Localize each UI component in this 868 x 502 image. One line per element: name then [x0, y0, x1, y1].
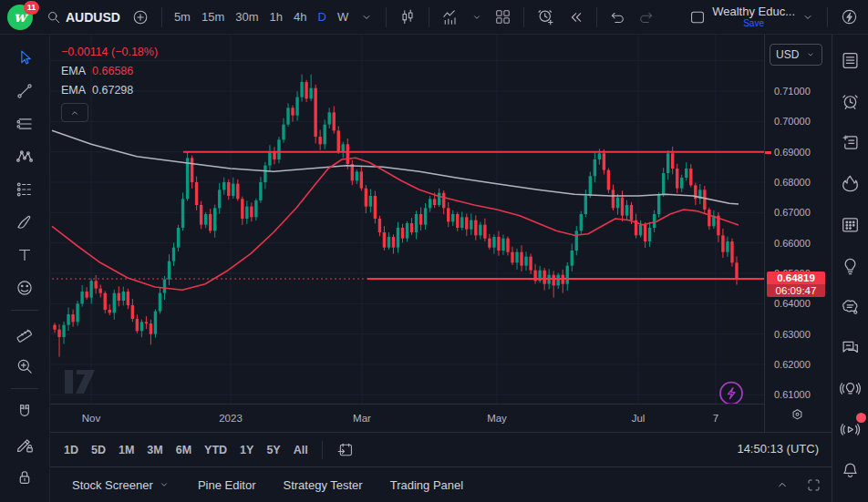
compare-add-symbol-button[interactable]	[126, 5, 155, 30]
alerts-button[interactable]	[837, 88, 864, 114]
ema-slow-label[interactable]: EMA	[61, 84, 86, 97]
time-label: Mar	[353, 413, 371, 424]
range-5y-button[interactable]: 5Y	[260, 440, 286, 460]
search-icon	[46, 9, 62, 26]
cursor-tool-button[interactable]	[9, 46, 40, 70]
ema-fast-label[interactable]: EMA	[61, 65, 86, 77]
price-axis[interactable]: USD 0.710000.700000.690000.680000.670000…	[764, 35, 832, 432]
redo-button[interactable]	[632, 5, 660, 29]
chevron-up-icon	[68, 107, 81, 119]
text-tool-button[interactable]	[9, 242, 40, 267]
range-1y-button[interactable]: 1Y	[233, 440, 260, 460]
emoji-tool-button[interactable]	[9, 275, 40, 300]
range-5d-button[interactable]: 5D	[85, 440, 112, 460]
quick-search-button[interactable]	[834, 4, 864, 30]
symbol-search-button[interactable]: AUDUSD	[40, 5, 126, 29]
chart-plot[interactable]: −0.00114 (−0.18%) EMA 0.66586 EMA 0.6729…	[50, 35, 764, 404]
text-icon	[15, 245, 35, 265]
watchlist-button[interactable]	[837, 47, 864, 73]
brush-tool-button[interactable]	[9, 210, 40, 234]
fib-tool-button[interactable]	[9, 111, 40, 136]
pattern-tool-button[interactable]	[9, 144, 40, 169]
grid-layout-button[interactable]	[489, 5, 517, 29]
range-1m-button[interactable]: 1M	[112, 440, 140, 460]
range-3m-button[interactable]: 3M	[140, 440, 169, 460]
lock-tool-button[interactable]	[9, 465, 40, 489]
streams-button[interactable]	[837, 416, 864, 442]
save-button[interactable]: Save	[743, 18, 764, 28]
indicators-dropdown-button[interactable]	[465, 7, 489, 27]
ruler-tool-button[interactable]	[9, 321, 40, 345]
live-ideas-button[interactable]	[837, 375, 864, 401]
price-tick: 0.61000	[774, 389, 811, 400]
gear-hex-icon	[789, 406, 806, 424]
range-ytd-button[interactable]: YTD	[198, 440, 233, 460]
go-date-icon	[336, 441, 355, 459]
panel-stock-screener[interactable]: Stock Screener	[63, 473, 180, 497]
lock-icon	[15, 467, 35, 487]
zoom-in-tool-button[interactable]	[9, 353, 40, 378]
timeframe-15m[interactable]: 15m	[196, 6, 230, 27]
bar-replay-button[interactable]	[561, 5, 590, 30]
ruler-icon	[15, 323, 35, 343]
range-1d-button[interactable]: 1D	[57, 440, 85, 460]
toolbar-divider	[11, 388, 38, 389]
layout-name: Wealthy Educ...	[712, 5, 795, 18]
price-tick: 0.69000	[774, 147, 811, 158]
timeframe-1h[interactable]: 1h	[264, 6, 288, 27]
price-tick: 0.66000	[774, 238, 811, 249]
legend-collapse-button[interactable]	[61, 103, 88, 122]
ideas-button[interactable]	[837, 252, 864, 278]
timeframe-5m[interactable]: 5m	[169, 6, 196, 27]
axis-settings-button[interactable]	[789, 406, 806, 424]
magnet-icon	[15, 402, 35, 422]
clock[interactable]: 14:50:13 (UTC)	[737, 442, 819, 456]
timeframe-group: 5m15m30m1h4hDW	[169, 6, 354, 27]
plus-circle-icon	[131, 8, 150, 26]
price-tick: 0.70000	[774, 116, 811, 127]
panel-pine-editor[interactable]: Pine Editor	[189, 473, 265, 497]
range-all-button[interactable]: All	[287, 440, 315, 460]
drawing-toolbar	[0, 35, 50, 502]
right-sidebar	[832, 35, 868, 502]
layout-name-stack[interactable]: Wealthy Educ... Save	[712, 5, 795, 28]
trendline-tool-button[interactable]	[9, 78, 40, 103]
minds-button[interactable]	[837, 293, 864, 319]
notes-button[interactable]	[837, 129, 864, 155]
currency-select[interactable]: USD	[770, 44, 822, 66]
panel-trading-panel[interactable]: Trading Panel	[381, 473, 472, 497]
magnet-tool-button[interactable]	[9, 399, 40, 424]
ema-slow-value: 0.67298	[92, 84, 133, 97]
watchlist-icon	[840, 50, 861, 71]
layout-select-button[interactable]	[683, 5, 712, 30]
range-6m-button[interactable]: 6M	[170, 440, 198, 460]
chevron-down-icon	[801, 10, 815, 25]
indicators-button[interactable]	[436, 5, 465, 30]
fullscreen-button[interactable]	[801, 473, 826, 497]
hotlist-button[interactable]	[837, 170, 864, 196]
go-to-date-button[interactable]	[330, 437, 361, 463]
indicators-icon	[441, 8, 460, 26]
undo-button[interactable]	[604, 5, 632, 29]
notifications-button[interactable]	[837, 457, 864, 483]
toolbar-divider	[827, 7, 828, 27]
panel-strategy-tester[interactable]: Strategy Tester	[274, 473, 371, 497]
panel-expand-button[interactable]	[770, 473, 795, 497]
timeframe-W[interactable]: W	[332, 6, 354, 27]
chart-style-button[interactable]	[393, 5, 422, 30]
layout-dropdown-button[interactable]	[795, 6, 821, 28]
app-logo[interactable]: w 11	[0, 0, 40, 35]
timeframe-4h[interactable]: 4h	[288, 6, 312, 27]
time-axis[interactable]: Nov2023MarMayJul7	[50, 404, 764, 432]
chart-legend: −0.00114 (−0.18%) EMA 0.66586 EMA 0.6729…	[61, 46, 158, 122]
create-alert-button[interactable]	[531, 4, 561, 30]
price-tick: 0.64000	[774, 298, 811, 309]
chat-button[interactable]	[837, 334, 864, 360]
timeframe-dropdown-button[interactable]	[354, 6, 379, 28]
draw-lock-tool-button[interactable]	[9, 432, 40, 456]
forecast-tool-button[interactable]	[9, 177, 40, 201]
cursor-icon	[15, 48, 35, 68]
timeframe-D[interactable]: D	[312, 6, 331, 27]
timeframe-30m[interactable]: 30m	[230, 6, 264, 27]
calendar-button[interactable]	[837, 211, 864, 237]
